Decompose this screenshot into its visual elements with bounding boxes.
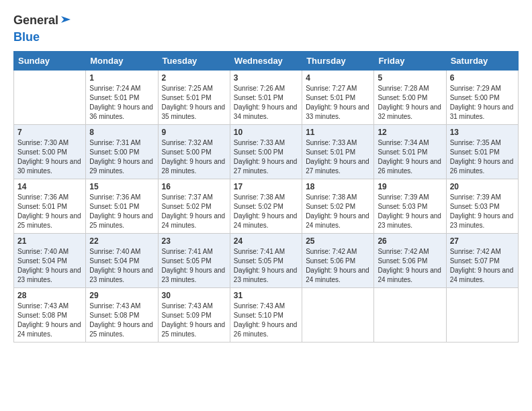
calendar-cell: 1Sunrise: 7:24 AMSunset: 5:01 PMDaylight… (86, 71, 158, 125)
day-number: 16 (162, 182, 226, 191)
day-number: 12 (378, 128, 442, 137)
day-info: Sunrise: 7:25 AMSunset: 5:01 PMDaylight:… (162, 84, 226, 122)
day-number: 11 (306, 128, 370, 137)
day-number: 21 (17, 236, 82, 246)
weekday-header-tuesday: Tuesday (158, 52, 230, 71)
day-info: Sunrise: 7:43 AMSunset: 5:10 PMDaylight:… (234, 302, 298, 339)
logo-general: General (13, 13, 58, 28)
calendar-cell: 22Sunrise: 7:40 AMSunset: 5:04 PMDayligh… (86, 234, 158, 288)
calendar-cell: 7Sunrise: 7:30 AMSunset: 5:00 PMDaylight… (14, 125, 86, 179)
day-number: 20 (450, 182, 515, 191)
calendar-cell: 9Sunrise: 7:32 AMSunset: 5:00 PMDaylight… (158, 125, 230, 179)
calendar-week-row: 21Sunrise: 7:40 AMSunset: 5:04 PMDayligh… (14, 234, 519, 288)
calendar-cell (302, 288, 374, 342)
day-info: Sunrise: 7:29 AMSunset: 5:00 PMDaylight:… (450, 84, 515, 122)
day-info: Sunrise: 7:41 AMSunset: 5:05 PMDaylight:… (162, 247, 226, 285)
calendar-cell: 29Sunrise: 7:43 AMSunset: 5:08 PMDayligh… (86, 288, 158, 342)
calendar-week-row: 1Sunrise: 7:24 AMSunset: 5:01 PMDaylight… (14, 71, 519, 125)
logo: General Blue (13, 13, 72, 44)
day-number: 8 (89, 128, 154, 137)
day-number: 6 (450, 73, 515, 83)
day-number: 17 (234, 182, 298, 191)
day-number: 4 (306, 73, 370, 83)
calendar-cell: 11Sunrise: 7:33 AMSunset: 5:01 PMDayligh… (302, 125, 374, 179)
day-info: Sunrise: 7:26 AMSunset: 5:01 PMDaylight:… (234, 84, 298, 122)
calendar-cell: 3Sunrise: 7:26 AMSunset: 5:01 PMDaylight… (230, 71, 302, 125)
logo-wordmark: General (13, 13, 72, 28)
calendar-cell: 4Sunrise: 7:27 AMSunset: 5:01 PMDaylight… (302, 71, 374, 125)
day-number: 30 (162, 291, 226, 300)
day-info: Sunrise: 7:42 AMSunset: 5:06 PMDaylight:… (306, 247, 370, 285)
day-number: 14 (17, 182, 82, 191)
calendar-cell: 24Sunrise: 7:41 AMSunset: 5:05 PMDayligh… (230, 234, 302, 288)
day-info: Sunrise: 7:34 AMSunset: 5:01 PMDaylight:… (378, 138, 442, 176)
day-info: Sunrise: 7:30 AMSunset: 5:00 PMDaylight:… (17, 138, 82, 176)
day-number: 15 (89, 182, 154, 191)
calendar-cell: 15Sunrise: 7:36 AMSunset: 5:01 PMDayligh… (86, 179, 158, 234)
day-info: Sunrise: 7:38 AMSunset: 5:02 PMDaylight:… (306, 193, 370, 230)
logo-blue: Blue (13, 30, 40, 44)
calendar-cell: 23Sunrise: 7:41 AMSunset: 5:05 PMDayligh… (158, 234, 230, 288)
day-number: 26 (378, 236, 442, 246)
day-number: 29 (89, 291, 154, 300)
day-number: 31 (234, 291, 298, 300)
weekday-header-monday: Monday (86, 52, 158, 71)
day-number: 28 (17, 291, 82, 300)
calendar-cell: 26Sunrise: 7:42 AMSunset: 5:06 PMDayligh… (374, 234, 446, 288)
day-number: 19 (378, 182, 442, 191)
calendar-week-row: 28Sunrise: 7:43 AMSunset: 5:08 PMDayligh… (14, 288, 519, 342)
calendar-cell: 25Sunrise: 7:42 AMSunset: 5:06 PMDayligh… (302, 234, 374, 288)
calendar-week-row: 7Sunrise: 7:30 AMSunset: 5:00 PMDaylight… (14, 125, 519, 179)
calendar-cell: 10Sunrise: 7:33 AMSunset: 5:00 PMDayligh… (230, 125, 302, 179)
day-number: 2 (162, 73, 226, 83)
calendar-cell: 19Sunrise: 7:39 AMSunset: 5:03 PMDayligh… (374, 179, 446, 234)
day-info: Sunrise: 7:40 AMSunset: 5:04 PMDaylight:… (89, 247, 154, 285)
day-number: 25 (306, 236, 370, 246)
calendar-cell: 8Sunrise: 7:31 AMSunset: 5:00 PMDaylight… (86, 125, 158, 179)
calendar-table: SundayMondayTuesdayWednesdayThursdayFrid… (13, 51, 519, 342)
weekday-header-friday: Friday (374, 52, 446, 71)
weekday-header-row: SundayMondayTuesdayWednesdayThursdayFrid… (14, 52, 519, 71)
day-info: Sunrise: 7:33 AMSunset: 5:00 PMDaylight:… (234, 138, 298, 176)
day-info: Sunrise: 7:38 AMSunset: 5:02 PMDaylight:… (234, 193, 298, 230)
day-info: Sunrise: 7:36 AMSunset: 5:01 PMDaylight:… (17, 193, 82, 230)
day-number: 22 (89, 236, 154, 246)
day-info: Sunrise: 7:43 AMSunset: 5:08 PMDaylight:… (17, 302, 82, 339)
calendar-cell: 5Sunrise: 7:28 AMSunset: 5:00 PMDaylight… (374, 71, 446, 125)
day-number: 9 (162, 128, 226, 137)
calendar-cell: 21Sunrise: 7:40 AMSunset: 5:04 PMDayligh… (14, 234, 86, 288)
day-info: Sunrise: 7:43 AMSunset: 5:09 PMDaylight:… (162, 302, 226, 339)
calendar-cell (374, 288, 446, 342)
day-info: Sunrise: 7:41 AMSunset: 5:05 PMDaylight:… (234, 247, 298, 285)
day-info: Sunrise: 7:36 AMSunset: 5:01 PMDaylight:… (89, 193, 154, 230)
logo-arrow-icon (60, 13, 72, 26)
calendar-cell: 6Sunrise: 7:29 AMSunset: 5:00 PMDaylight… (446, 71, 518, 125)
day-info: Sunrise: 7:37 AMSunset: 5:02 PMDaylight:… (162, 193, 226, 230)
day-number: 10 (234, 128, 298, 137)
day-info: Sunrise: 7:24 AMSunset: 5:01 PMDaylight:… (89, 84, 154, 122)
day-number: 5 (378, 73, 442, 83)
weekday-header-wednesday: Wednesday (230, 52, 302, 71)
calendar-cell: 17Sunrise: 7:38 AMSunset: 5:02 PMDayligh… (230, 179, 302, 234)
day-number: 18 (306, 182, 370, 191)
calendar-cell: 20Sunrise: 7:39 AMSunset: 5:03 PMDayligh… (446, 179, 518, 234)
calendar-cell: 12Sunrise: 7:34 AMSunset: 5:01 PMDayligh… (374, 125, 446, 179)
day-number: 13 (450, 128, 515, 137)
day-number: 7 (17, 128, 82, 137)
svg-marker-0 (61, 16, 71, 23)
day-number: 24 (234, 236, 298, 246)
day-info: Sunrise: 7:35 AMSunset: 5:01 PMDaylight:… (450, 138, 515, 176)
weekday-header-thursday: Thursday (302, 52, 374, 71)
day-info: Sunrise: 7:33 AMSunset: 5:01 PMDaylight:… (306, 138, 370, 176)
header: General Blue (13, 13, 519, 44)
day-info: Sunrise: 7:42 AMSunset: 5:06 PMDaylight:… (378, 247, 442, 285)
day-info: Sunrise: 7:31 AMSunset: 5:00 PMDaylight:… (89, 138, 154, 176)
day-number: 23 (162, 236, 226, 246)
calendar-cell (14, 71, 86, 125)
day-info: Sunrise: 7:40 AMSunset: 5:04 PMDaylight:… (17, 247, 82, 285)
day-info: Sunrise: 7:39 AMSunset: 5:03 PMDaylight:… (378, 193, 442, 230)
calendar-week-row: 14Sunrise: 7:36 AMSunset: 5:01 PMDayligh… (14, 179, 519, 234)
calendar-cell: 28Sunrise: 7:43 AMSunset: 5:08 PMDayligh… (14, 288, 86, 342)
calendar-cell (446, 288, 518, 342)
calendar-cell: 18Sunrise: 7:38 AMSunset: 5:02 PMDayligh… (302, 179, 374, 234)
